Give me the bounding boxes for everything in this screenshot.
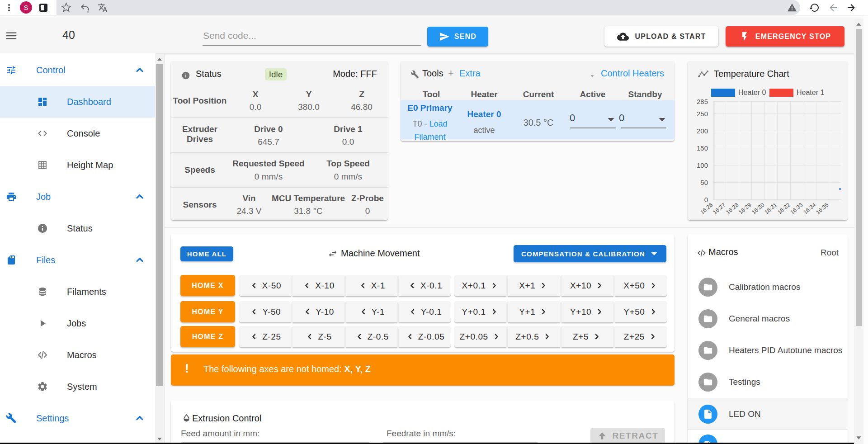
svg-text:50: 50	[700, 179, 708, 186]
svg-text:16:27: 16:27	[712, 202, 726, 216]
svg-text:16:31: 16:31	[763, 202, 778, 216]
svg-text:0: 0	[704, 196, 708, 203]
svg-text:150: 150	[697, 144, 708, 152]
svg-text:16:29: 16:29	[737, 202, 752, 216]
svg-text:16:34: 16:34	[802, 202, 817, 216]
svg-text:16:28: 16:28	[725, 202, 740, 216]
svg-text:16:30: 16:30	[750, 202, 765, 216]
svg-text:285: 285	[697, 98, 708, 105]
svg-text:16:32: 16:32	[776, 202, 791, 216]
svg-text:100: 100	[697, 161, 708, 169]
svg-text:200: 200	[697, 127, 708, 135]
svg-text:16:35: 16:35	[815, 202, 830, 216]
svg-text:250: 250	[697, 110, 708, 118]
svg-text:16:26: 16:26	[699, 202, 714, 216]
svg-text:16:33: 16:33	[789, 202, 804, 216]
